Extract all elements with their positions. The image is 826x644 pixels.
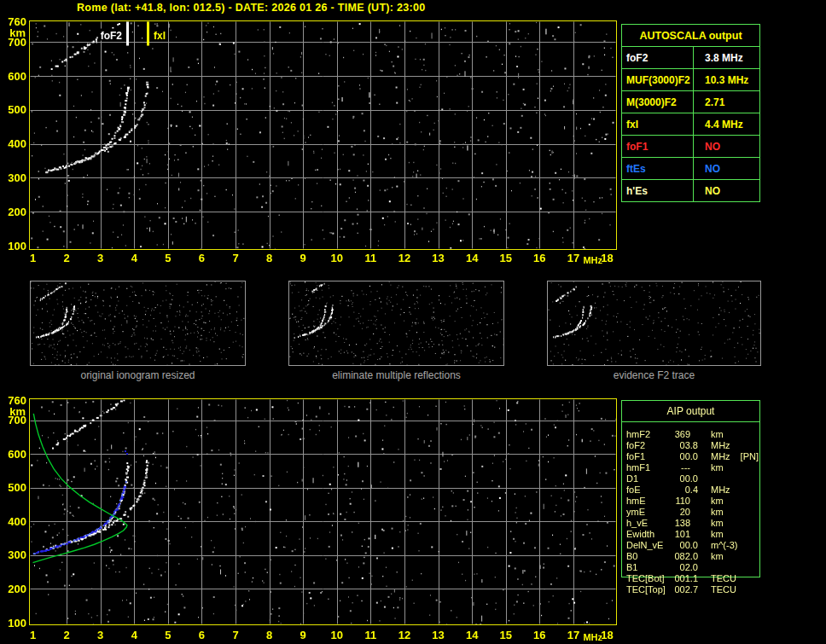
aip-row-label: B0 — [626, 551, 669, 561]
thumbnail-caption-3: evidence F2 trace — [547, 369, 761, 381]
aip-row: TEC[Bot]001.1TECU — [626, 572, 763, 583]
aip-row-unit: TECU — [711, 573, 736, 583]
aip-row: D100.0 — [626, 473, 763, 484]
autoscala-row-value: NO — [694, 158, 759, 179]
aip-row-value: 02.0 — [669, 562, 698, 572]
autoscala-row-label: MUF(3000)F2 — [622, 69, 694, 90]
autoscala-rows: foF23.8 MHzMUF(3000)F210.3 MHzM(3000)F22… — [622, 47, 759, 201]
aip-row-label: foE — [626, 484, 669, 495]
autoscala-row-value: 3.8 MHz — [694, 47, 759, 68]
aip-row-unit: km — [711, 462, 724, 473]
aip-row-value: 369 — [669, 429, 698, 439]
aip-row-unit: MHz — [711, 440, 730, 450]
aip-row-label: B1 — [626, 562, 669, 572]
autoscala-row: h'EsNO — [622, 179, 759, 201]
autoscala-row: ftEsNO — [622, 157, 759, 179]
aip-row-value: --- — [669, 462, 698, 473]
autoscala-row-value: 10.3 MHz — [694, 69, 759, 90]
aip-row: DelN_vE00.0m^(-3) — [626, 539, 763, 550]
aip-row-value: 0.4 — [669, 484, 698, 495]
aip-row: foF100.0MHz[PN] — [626, 450, 763, 461]
aip-row-label: Ewidth — [626, 529, 669, 539]
autoscala-row-value: 2.71 — [694, 91, 759, 113]
autoscala-row-label: foF2 — [622, 47, 694, 68]
autoscala-panel-title: AUTOSCALA output — [622, 25, 759, 47]
aip-row-unit: MHz — [711, 484, 730, 495]
top-ionogram-canvas — [0, 15, 625, 271]
aip-row-value: 082.0 — [669, 551, 698, 561]
aip-row-unit: km — [711, 429, 724, 439]
aip-row-label: h_vE — [626, 518, 669, 528]
autoscala-row-label: M(3000)F2 — [622, 91, 694, 113]
aip-row-note: [PN] — [741, 451, 759, 461]
aip-row: hmF2369km — [626, 428, 763, 439]
aip-row: hmF1---km — [626, 461, 763, 473]
autoscala-row-label: foF1 — [622, 136, 694, 157]
aip-row-label: hmF1 — [626, 462, 669, 473]
aip-row-value: 00.0 — [669, 473, 698, 484]
aip-row-label: ymE — [626, 507, 669, 517]
aip-row-unit: km — [711, 551, 724, 561]
aip-row-label: TEC[Top] — [626, 584, 669, 595]
aip-row: Ewidth101km — [626, 528, 763, 539]
aip-row-value: 138 — [669, 518, 698, 528]
autoscala-row-value: 4.4 MHz — [694, 113, 759, 135]
aip-row-value: 002.7 — [669, 584, 698, 595]
autoscala-screen: { "header": { "title": "Rome (lat: +41.8… — [0, 0, 826, 644]
autoscala-row: M(3000)F22.71 — [622, 90, 759, 113]
aip-row-label: foF2 — [626, 440, 669, 450]
thumbnail-canvas-2 — [288, 281, 504, 366]
aip-row-unit: MHz — [711, 451, 730, 461]
aip-row-value: 001.1 — [669, 573, 698, 583]
aip-panel-title: AIP output — [622, 401, 759, 422]
aip-row: B102.0 — [626, 561, 763, 572]
aip-row-unit: km — [711, 529, 724, 539]
aip-row-unit: km — [711, 518, 724, 528]
autoscala-row: foF23.8 MHz — [622, 47, 759, 68]
aip-row: B0082.0km — [626, 550, 763, 561]
aip-row-value: 20 — [669, 507, 698, 517]
page-title: Rome (lat: +41.8, lon: 012.5) - DATE: 20… — [77, 2, 426, 14]
aip-row-label: hmE — [626, 496, 669, 506]
thumbnail-canvas-3 — [547, 281, 761, 366]
aip-row: ymE20km — [626, 506, 763, 517]
autoscala-row: foF1NO — [622, 135, 759, 157]
aip-row: hmE110km — [626, 495, 763, 506]
aip-row-value: 03.8 — [669, 440, 698, 450]
autoscala-row-label: fxI — [622, 113, 694, 135]
thumbnail-caption-1: original ionogram resized — [30, 369, 246, 381]
autoscala-row-value: NO — [694, 180, 759, 201]
thumbnail-canvas-1 — [30, 281, 246, 366]
aip-row: foE0.4MHz — [626, 484, 763, 495]
autoscala-row: fxI4.4 MHz — [622, 113, 759, 135]
autoscala-row-label: h'Es — [622, 180, 694, 201]
aip-row-label: D1 — [626, 473, 669, 484]
aip-row-label: DelN_vE — [626, 540, 669, 550]
autoscala-panel: AUTOSCALA output foF23.8 MHzMUF(3000)F21… — [621, 24, 760, 202]
aip-row: h_vE138km — [626, 517, 763, 528]
bottom-ionogram-canvas — [0, 394, 625, 644]
aip-row: TEC[Top]002.7TECU — [626, 583, 763, 595]
aip-row-unit: km — [711, 496, 724, 506]
autoscala-row-value: NO — [694, 136, 759, 157]
autoscala-row-label: ftEs — [622, 158, 694, 179]
aip-row-value: 00.0 — [669, 540, 698, 550]
autoscala-row: MUF(3000)F210.3 MHz — [622, 68, 759, 90]
aip-row-unit: km — [711, 507, 724, 517]
aip-row-label: TEC[Bot] — [626, 573, 669, 583]
aip-row: foF203.8MHz — [626, 439, 763, 450]
aip-row-unit: TECU — [711, 584, 736, 595]
aip-row-value: 00.0 — [669, 451, 698, 461]
aip-row-value: 101 — [669, 529, 698, 539]
aip-row-label: foF1 — [626, 451, 669, 461]
aip-row-unit: m^(-3) — [711, 540, 737, 550]
aip-rows: hmF2369kmfoF203.8MHzfoF100.0MHz[PN]hmF1-… — [626, 428, 763, 595]
aip-row-label: hmF2 — [626, 429, 669, 439]
thumbnail-caption-2: eliminate multiple reflections — [288, 369, 504, 381]
aip-row-value: 110 — [669, 496, 698, 506]
